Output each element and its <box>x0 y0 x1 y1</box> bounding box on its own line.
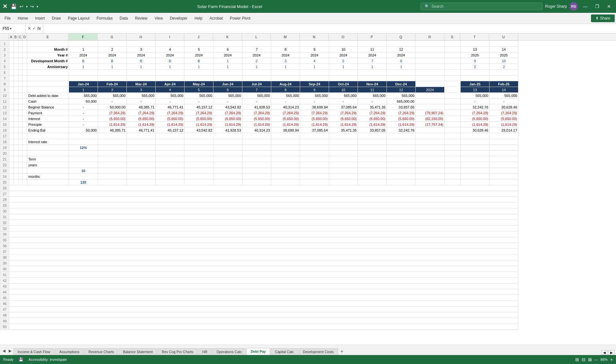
col-header-b[interactable]: B <box>13 33 18 40</box>
col-header-d[interactable]: D <box>22 33 27 40</box>
page-layout-icon[interactable]: ⊟ <box>582 357 586 362</box>
tab-review[interactable]: Review <box>132 14 151 22</box>
col-header-t[interactable]: T <box>460 33 489 40</box>
table-row: 3 Year # 2024202420242024 20242024202420… <box>0 52 518 58</box>
table-row: 24 months <box>0 174 518 179</box>
redo-icon[interactable]: ↪ <box>30 3 35 10</box>
search-bar[interactable]: 🔍 Search <box>421 3 542 10</box>
restore-button[interactable]: ❐ <box>593 3 602 10</box>
autosave-icon[interactable]: ▾ <box>36 4 39 9</box>
col-header-a[interactable]: A <box>9 33 13 40</box>
col-header-k[interactable]: K <box>213 33 242 40</box>
col-header-r[interactable]: R <box>415 33 444 40</box>
row-num: 16 <box>0 127 9 133</box>
share-button[interactable]: ⬆ Share <box>591 14 615 22</box>
tab-insert[interactable]: Insert <box>32 14 48 22</box>
col-header-i[interactable]: I <box>155 33 184 40</box>
formula-bar: F55 ▾ ✕ ✓ fx <box>0 24 616 33</box>
tab-data[interactable]: Data <box>117 14 131 22</box>
sheet-tab-operations-calc[interactable]: Operations Calc <box>212 348 246 355</box>
col-header-l[interactable]: L <box>242 33 271 40</box>
sheet-tab-capital-calc[interactable]: Capital Calc <box>271 348 298 355</box>
user-avatar[interactable]: RS <box>569 2 578 11</box>
table-row: 41 <box>0 272 518 278</box>
fx-icon[interactable]: fx <box>37 26 41 31</box>
table-row: 18 Interest rate <box>0 139 518 145</box>
table-row: 20 <box>0 151 518 156</box>
tab-powerpivot[interactable]: Power Pivot <box>227 14 254 22</box>
undo-icon[interactable]: ↩ <box>19 3 24 10</box>
row-num: 2 <box>0 47 9 52</box>
table-row: 33 <box>0 226 518 231</box>
tab-acrobat[interactable]: Acrobat <box>206 14 226 22</box>
col-header-q[interactable]: Q <box>386 33 415 40</box>
normal-view-icon[interactable]: ⊞ <box>575 357 579 362</box>
col-header-m[interactable]: M <box>271 33 300 40</box>
sheet-prev-button[interactable]: ◀ <box>1 348 7 354</box>
row-num: 21 <box>0 156 9 162</box>
save-icon[interactable]: 💾 <box>10 3 18 10</box>
sheet-tab-revcog-charts[interactable]: Rev Cog Pro Charts <box>158 348 197 355</box>
table-row: 34 <box>0 231 518 237</box>
tab-help[interactable]: Help <box>191 14 206 22</box>
tab-scroll-controls: ◀ ▶ <box>601 350 615 355</box>
col-header-u[interactable]: U <box>489 33 518 40</box>
statusbar-right: ⊞ ⊟ ⊠ — 86% + <box>575 357 613 362</box>
sheet-next-button[interactable]: ▶ <box>7 348 13 354</box>
table-row: 40 <box>0 266 518 272</box>
tab-formulas[interactable]: Formulas <box>93 14 116 22</box>
tab-pagelayout[interactable]: Page Layout <box>65 14 92 22</box>
table-row: 50 <box>0 324 518 330</box>
minimize-button[interactable]: — <box>580 3 590 10</box>
col-header-n[interactable]: N <box>300 33 329 40</box>
col-header-j[interactable]: J <box>184 33 213 40</box>
col-header-e[interactable]: E <box>27 33 69 40</box>
add-sheet-button[interactable]: + <box>339 348 345 355</box>
close-button[interactable]: ✕ <box>604 3 613 10</box>
col-header-h[interactable]: H <box>126 33 155 40</box>
sheet-tab-balance-statement[interactable]: Balance Statement <box>119 348 157 355</box>
namebox-dropdown-icon[interactable]: ▾ <box>10 27 12 30</box>
tab-draw[interactable]: Draw <box>48 14 64 22</box>
corner-cell <box>0 33 9 40</box>
row-num: 19 <box>0 145 9 151</box>
table-row: 7 <box>0 75 518 81</box>
zoom-percent: 86% <box>601 358 608 361</box>
tab-view[interactable]: View <box>152 14 166 22</box>
sheet-tab-revenue-charts[interactable]: Revenue Charts <box>84 348 118 355</box>
tab-scroll-right[interactable]: ▶ <box>608 350 615 355</box>
cancel-formula-icon[interactable]: ✕ <box>28 26 31 31</box>
table-row: 8 Jan-24 Feb-24 Mar-24 Apr-24 May-24 Jun… <box>0 81 518 87</box>
page-break-icon[interactable]: ⊠ <box>588 357 592 362</box>
table-row: 46 <box>0 301 518 307</box>
row-num: 13 <box>0 110 9 116</box>
row-num: 17 <box>0 133 9 139</box>
table-row: 45 <box>0 295 518 301</box>
table-row: 22 years <box>0 162 518 168</box>
col-header-p[interactable]: P <box>358 33 386 40</box>
table-row: 4 Development Month # BBBB B123 4578 910 <box>0 58 518 64</box>
col-header-o[interactable]: O <box>329 33 358 40</box>
window-title: Solar Farm Financial Model - Excel <box>41 4 418 9</box>
table-row: 49 <box>0 318 518 324</box>
row-num: 4 <box>0 58 9 64</box>
sheet-tab-hr[interactable]: HR <box>198 348 212 355</box>
col-header-s[interactable]: S <box>444 33 460 40</box>
sheet-tab-income-cashflow[interactable]: Income & Cash Flow <box>13 348 54 355</box>
tab-scroll-left[interactable]: ◀ <box>601 350 608 355</box>
undo-dropdown-icon[interactable]: ▾ <box>25 4 28 9</box>
sheet-tab-development-costs[interactable]: Development Costs <box>299 348 338 355</box>
user-name: Roger Sharp <box>545 4 567 9</box>
sheet-tab-debt-pay[interactable]: Debt Pay <box>247 348 270 355</box>
col-header-c[interactable]: C <box>18 33 22 40</box>
name-box[interactable]: F55 ▾ <box>0 24 26 33</box>
col-header-g[interactable]: G <box>98 33 126 40</box>
col-header-f[interactable]: F <box>69 33 98 40</box>
tab-file[interactable]: File <box>1 14 14 22</box>
zoom-in-icon[interactable]: + <box>610 357 613 362</box>
tab-developer[interactable]: Developer <box>167 14 191 22</box>
tab-home[interactable]: Home <box>14 14 31 22</box>
confirm-formula-icon[interactable]: ✓ <box>32 26 36 31</box>
grid-container[interactable]: 1 2 Month # 1234 5678 9101112 1314 <box>0 40 616 345</box>
sheet-tab-assumptions[interactable]: Assumptions <box>55 348 83 355</box>
